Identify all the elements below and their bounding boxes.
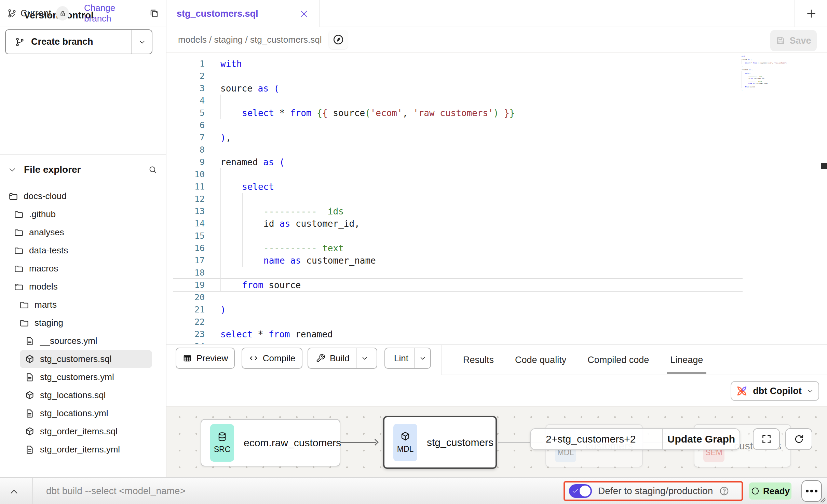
tree-item-label: stg_locations.yml [40, 408, 108, 419]
tree-item--github[interactable]: .github [0, 205, 165, 223]
resize-handle-icon[interactable] [819, 496, 826, 503]
build-dropdown[interactable] [356, 348, 373, 368]
file-tree: docs-cloud.githubanalysesdata-testsmacro… [0, 187, 165, 477]
tree-item-stg-locations-sql[interactable]: stg_locations.sql [0, 386, 165, 404]
tree-item-label: stg_customers.yml [40, 372, 114, 382]
tree-item-macros[interactable]: macros [0, 260, 165, 278]
tree-item-label: __sources.yml [40, 336, 97, 346]
lineage-node-stg-customers[interactable]: MDL stg_customers [383, 416, 497, 469]
scrollbar-thumb[interactable] [821, 163, 827, 169]
change-branch-link[interactable]: Change branch [84, 3, 139, 24]
lineage-selector-input[interactable]: 2+stg_customers+2 [531, 433, 662, 445]
tab-stg-customers-sql[interactable]: stg_customers.sql [166, 0, 320, 27]
folder-icon [14, 246, 24, 256]
lock-icon [59, 10, 67, 17]
preview-button[interactable]: Preview [176, 348, 235, 369]
breadcrumb-row: models / staging / stg_customers.sql Sav… [166, 27, 827, 53]
dbt-cloud-ide: Current Change branch Version control Cr… [0, 0, 827, 504]
code-line-8 [220, 144, 776, 156]
cube-icon [400, 431, 411, 442]
tree-item-models[interactable]: models [0, 278, 165, 296]
tree-item--sources-yml[interactable]: __sources.yml [0, 332, 165, 350]
refresh-button[interactable] [785, 428, 812, 450]
folder-open-icon [14, 282, 24, 292]
search-icon[interactable] [148, 165, 158, 174]
help-icon[interactable] [719, 486, 729, 496]
lint-dropdown[interactable] [415, 348, 430, 368]
tree-item-label: stg_order_items.yml [40, 444, 120, 455]
code-line-1: with [220, 58, 776, 70]
code-line-10 [220, 168, 776, 181]
floppy-disk-icon [776, 36, 785, 45]
tree-item-analyses[interactable]: analyses [0, 223, 165, 241]
save-button[interactable]: Save [770, 30, 817, 51]
chevron-up-icon[interactable] [8, 486, 20, 498]
create-branch-main[interactable]: Create branch [6, 30, 132, 54]
new-tab-button[interactable] [802, 4, 821, 23]
file-icon [25, 336, 35, 346]
panel-tab-lineage[interactable]: Lineage [670, 345, 703, 375]
dbt-copilot-label: dbt Copilot [753, 386, 801, 396]
cube-icon [25, 354, 35, 364]
close-icon[interactable] [299, 9, 309, 18]
lint-button[interactable]: Lint [384, 348, 431, 369]
lineage-canvas[interactable]: SRC ecom.raw_customers MDL stg_customers… [166, 406, 827, 477]
panel-tab-compiled-code[interactable]: Compiled code [587, 345, 649, 375]
code-line-23: select * from renamed [220, 328, 776, 340]
panel-divider [441, 345, 442, 375]
tree-item-label: stg_locations.sql [40, 390, 106, 401]
create-branch-label: Create branch [31, 37, 93, 47]
copy-icon[interactable] [149, 8, 159, 18]
chevron-down-icon [361, 354, 368, 362]
compile-button[interactable]: Compile [242, 348, 302, 369]
code-area[interactable]: withsource as (select * from {{ source('… [220, 58, 776, 344]
tree-item-stg-customers-sql[interactable]: stg_customers.sql [20, 350, 152, 368]
compile-label: Compile [263, 353, 295, 364]
cube-icon [25, 390, 35, 401]
file-explorer-header[interactable]: File explorer [0, 160, 166, 179]
panel-tab-results[interactable]: Results [463, 345, 494, 375]
create-branch-dropdown[interactable] [132, 30, 152, 54]
explore-button[interactable] [329, 30, 348, 49]
file-icon [25, 445, 35, 455]
minimap[interactable]: withsource as (select * from {{ source('… [742, 55, 787, 93]
ready-ring-icon [751, 487, 760, 495]
tree-item-marts[interactable]: marts [0, 296, 165, 314]
code-editor[interactable]: 123456789101112131415161718192021222324 … [166, 53, 827, 344]
tree-item-staging[interactable]: staging [0, 314, 165, 332]
git-branch-icon [7, 8, 17, 18]
file-explorer-title: File explorer [24, 164, 81, 175]
plus-icon [806, 8, 817, 19]
dbt-copilot-logo-icon [736, 385, 748, 397]
tree-item-stg-customers-yml[interactable]: stg_customers.yml [0, 368, 165, 386]
tree-item-data-tests[interactable]: data-tests [0, 241, 165, 260]
tree-item-label: models [29, 281, 58, 292]
tree-item-docs-cloud[interactable]: docs-cloud [0, 187, 165, 205]
lineage-node-source[interactable]: SRC ecom.raw_customers [201, 419, 340, 466]
database-icon [217, 431, 228, 442]
fullscreen-icon [761, 433, 772, 445]
node-label: ecom.raw_customers [244, 437, 341, 449]
panel-tab-code-quality[interactable]: Code quality [515, 345, 566, 375]
tree-item-label: analyses [29, 227, 64, 238]
defer-toggle[interactable] [569, 484, 592, 498]
code-icon [249, 353, 258, 363]
code-line-7: ), [220, 131, 776, 144]
panel-tabs: ResultsCode qualityCompiled codeLineage [463, 345, 703, 375]
command-input[interactable]: dbt build --select <model_name> [46, 478, 186, 504]
dbt-copilot-button[interactable]: dbt Copilot [731, 381, 819, 401]
tabbar-divider [795, 0, 795, 27]
code-line-19: from source [220, 279, 776, 291]
update-graph-button[interactable]: Update Graph [662, 429, 740, 449]
create-branch-button[interactable]: Create branch [5, 29, 152, 54]
fullscreen-button[interactable] [753, 428, 780, 450]
tree-item-stg-order-items-sql[interactable]: stg_order_items.sql [0, 422, 165, 440]
badge-label: SRC [214, 445, 231, 454]
tree-item-stg-locations-yml[interactable]: stg_locations.yml [0, 404, 165, 422]
code-line-13: ---------- ids [220, 205, 776, 218]
build-button[interactable]: Build [308, 348, 377, 369]
code-line-3: source as ( [220, 82, 776, 95]
code-line-5: select * from {{ source('ecom', 'raw_cus… [220, 107, 776, 119]
sidebar: Current Change branch Version control Cr… [0, 0, 166, 477]
tree-item-stg-order-items-yml[interactable]: stg_order_items.yml [0, 440, 165, 459]
